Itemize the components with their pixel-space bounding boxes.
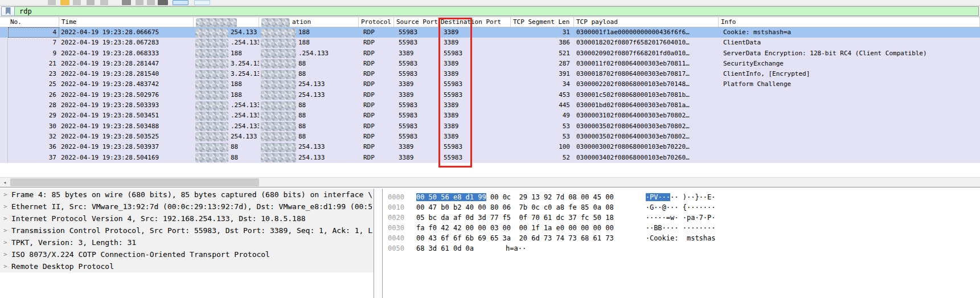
packet-row-32[interactable]: 322022-04-19 19:23:28.503525254.13388RDP… — [0, 132, 980, 142]
hex-bytes[interactable]: 00 50 56 e8 d1 99 00 0c 29 13 92 7d 08 0… — [416, 192, 614, 202]
packet-row-29[interactable]: 292022-04-19 19:23:28.503451.254.13388RD… — [0, 111, 980, 121]
detail-tree-row-3[interactable]: >Transmission Control Protocol, Src Port… — [0, 224, 374, 236]
hex-bytes[interactable]: 05 bc da af 0d 3d 77 f5 0f 70 61 dc 37 f… — [416, 213, 614, 223]
hex-bytes[interactable]: 68 3d 61 0d 0a — [416, 243, 474, 254]
expand-chevron-icon[interactable]: > — [3, 201, 7, 213]
toolbar-icon-fragment[interactable] — [60, 0, 69, 5]
column-header-source[interactable] — [194, 17, 259, 27]
ascii-bytes[interactable]: ·····=w· ·pa·7·P· — [646, 213, 716, 223]
packet-row-30[interactable]: 302022-04-19 19:23:28.503488.254.13388RD… — [0, 121, 980, 132]
cell-protocol: RDP — [359, 132, 394, 142]
cell-no: 37 — [8, 153, 59, 163]
cell-destination-port: 3389 — [438, 132, 511, 142]
detail-tree-row-5[interactable]: >ISO 8073/X.224 COTP Connection-Oriented… — [0, 248, 374, 260]
hex-row-0000[interactable]: 000000 50 56 e8 d1 99 00 0c 29 13 92 7d … — [383, 192, 980, 202]
packet-row-25[interactable]: 252022-04-19 19:23:28.483742188254.133RD… — [0, 79, 980, 89]
toolbar-icon-fragment[interactable] — [48, 0, 56, 5]
ascii-bytes[interactable]: ·PV····· )··}··E· — [646, 192, 716, 202]
hex-row-0010[interactable]: 001000 47 b0 b2 40 00 80 06 7b 0c c0 a8 … — [383, 202, 980, 213]
cell-no: 9 — [8, 48, 59, 59]
toolbar-icon-fragment[interactable] — [194, 0, 210, 5]
toolbar-icon-fragment[interactable] — [136, 0, 143, 5]
toolbar-icon-fragment[interactable] — [73, 0, 81, 5]
packet-row-37[interactable]: 372022-04-19 19:23:28.50416988254.133RDP… — [0, 153, 980, 163]
hex-row-0040[interactable]: 004000 43 6f 6f 6b 69 65 3a 20 6d 73 74 … — [383, 233, 980, 243]
ascii-bytes[interactable]: h=a·· — [506, 243, 526, 254]
packet-list-horizontal-scrollbar[interactable]: ◂ — [0, 177, 980, 187]
hex-row-0050[interactable]: 005068 3d 61 0d 0ah=a·· — [383, 243, 980, 254]
packet-detail-pane: >Frame 4: 85 bytes on wire (680 bits), 8… — [0, 189, 374, 298]
packet-row-7[interactable]: 72022-04-19 19:23:28.067283.254.133188RD… — [0, 38, 980, 48]
packet-row-23[interactable]: 232022-04-19 19:23:28.2815403.254.13388R… — [0, 69, 980, 79]
cell-destination: 88 — [259, 111, 359, 121]
column-header-payload[interactable]: TCP payload — [574, 17, 719, 27]
ascii-bytes[interactable]: ··BB···· ········ — [646, 223, 716, 233]
expand-chevron-icon[interactable]: > — [3, 236, 7, 248]
toolbar-icon-fragment[interactable] — [122, 0, 131, 5]
detail-tree-row-6[interactable]: >Remote Desktop Protocol — [0, 260, 374, 272]
hex-bytes[interactable]: fa f0 42 42 00 00 03 00 00 1f 1a e0 00 0… — [416, 223, 614, 233]
cell-destination: 88 — [259, 69, 359, 79]
toolbar-icon-fragment[interactable] — [87, 0, 95, 5]
blurred-destination-address — [261, 70, 296, 79]
hex-row-0020[interactable]: 002005 bc da af 0d 3d 77 f5 0f 70 61 dc … — [383, 213, 980, 223]
expand-chevron-icon[interactable]: > — [3, 213, 7, 224]
toolbar-icon-fragment[interactable] — [158, 0, 168, 5]
expand-chevron-icon[interactable]: > — [3, 248, 7, 260]
toolbar-icon-fragment[interactable] — [100, 0, 108, 5]
column-header-tcp_len[interactable]: TCP Segment Len — [511, 17, 574, 27]
detail-tree-row-2[interactable]: >Internet Protocol Version 4, Src: 192.1… — [0, 213, 374, 224]
ascii-bytes[interactable]: ·G··@··· {······· — [646, 202, 716, 213]
cell-source: 3.254.133 — [194, 69, 259, 79]
cell-no: 4 — [8, 27, 59, 38]
scroll-left-arrow-icon[interactable]: ◂ — [0, 178, 10, 187]
detail-tree-row-0[interactable]: >Frame 4: 85 bytes on wire (680 bits), 8… — [0, 189, 374, 201]
packet-row-36[interactable]: 362022-04-19 19:23:28.50393788254.133RDP… — [0, 142, 980, 152]
column-header-src_port[interactable]: Source Port — [394, 17, 438, 27]
toolbar-icon-fragment[interactable] — [173, 0, 188, 5]
toolbar-icon-fragment[interactable] — [147, 0, 155, 5]
filter-bookmark-button[interactable] — [1, 6, 15, 16]
packet-row-21[interactable]: 212022-04-19 19:23:28.2814473.254.13388R… — [0, 59, 980, 69]
cell-destination-port: 3389 — [438, 111, 511, 121]
detail-tree-row-4[interactable]: >TPKT, Version: 3, Length: 31 — [0, 236, 374, 248]
hex-row-0030[interactable]: 0030fa f0 42 42 00 00 03 00 00 1f 1a e0 … — [383, 223, 980, 233]
cell-source: .254.133 — [194, 38, 259, 48]
packet-row-4[interactable]: 42022-04-19 19:23:28.066675254.133188RDP… — [0, 27, 980, 38]
expand-chevron-icon[interactable]: > — [3, 189, 7, 201]
ascii-bytes[interactable]: ·Cookie: mstshas — [646, 233, 716, 243]
cell-protocol: RDP — [359, 121, 394, 132]
selected-ascii[interactable]: ·PV··· — [646, 193, 670, 201]
cell-source: .254.133 — [194, 121, 259, 132]
hex-bytes[interactable]: 00 43 6f 6f 6b 69 65 3a 20 6d 73 74 73 6… — [416, 233, 614, 243]
hex-bytes[interactable]: 00 47 b0 b2 40 00 80 06 7b 0c c0 a8 fe 8… — [416, 202, 614, 213]
packet-row-28[interactable]: 282022-04-19 19:23:28.503393.254.13388RD… — [0, 100, 980, 111]
cell-info — [719, 90, 980, 100]
cell-destination-port: 55983 — [438, 90, 511, 100]
packet-row-9[interactable]: 92022-04-19 19:23:28.068333188.254.133RD… — [0, 48, 980, 59]
column-header-time[interactable]: Time — [59, 17, 194, 27]
cell-source: 188 — [194, 90, 259, 100]
selected-bytes[interactable]: 00 50 56 e8 d1 99 — [416, 193, 486, 201]
detail-tree-row-1[interactable]: >Ethernet II, Src: VMware_13:92:7d (00:0… — [0, 201, 374, 213]
expand-chevron-icon[interactable]: > — [3, 260, 7, 272]
hex-offset: 0040 — [388, 234, 404, 242]
column-header-protocol[interactable]: Protocol — [359, 17, 394, 27]
cell-tcp-payload: 030001c502f08068000103eb7081b… — [574, 90, 719, 100]
column-header-dst_port[interactable]: Destination Port — [438, 17, 511, 27]
column-header-info[interactable]: Info — [719, 17, 980, 27]
cell-tcp-segment-len: 386 — [511, 38, 574, 48]
column-header-no[interactable]: No. — [8, 17, 59, 27]
hex-offset: 0010 — [388, 203, 404, 211]
cell-time: 2022-04-19 19:23:28.067283 — [59, 38, 194, 48]
cell-source-port: 55983 — [394, 100, 438, 111]
cell-tcp-payload: 0300011f02f08064000303eb70811… — [574, 59, 719, 69]
expand-chevron-icon[interactable]: > — [3, 224, 7, 236]
column-header-destination[interactable]: ation — [259, 17, 359, 27]
cell-destination-port: 3389 — [438, 69, 511, 79]
blurred-source-address — [195, 70, 228, 79]
display-filter-input[interactable] — [15, 6, 979, 16]
cell-source: 188 — [194, 48, 259, 59]
scrollbar-thumb[interactable] — [10, 178, 259, 186]
packet-row-26[interactable]: 262022-04-19 19:23:28.502976188254.133RD… — [0, 90, 980, 100]
